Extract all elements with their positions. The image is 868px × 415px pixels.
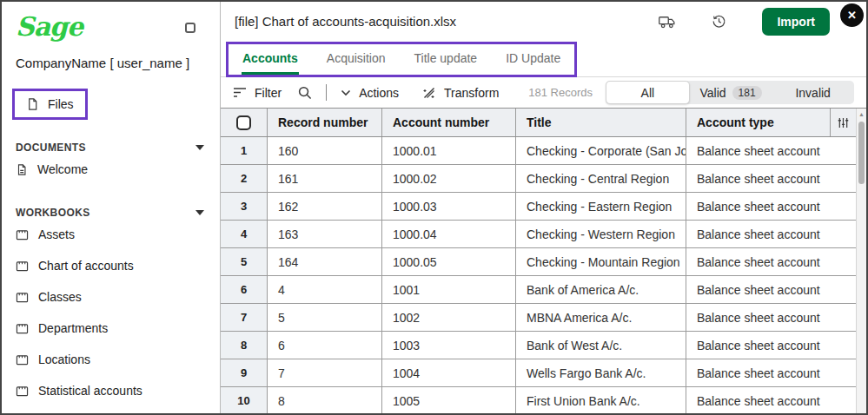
record-number-cell[interactable]: 4 <box>268 276 382 303</box>
record-number-cell[interactable]: 7 <box>268 359 382 386</box>
title-cell[interactable]: Bank of America A/c. <box>516 276 686 303</box>
collapse-sidebar-icon[interactable] <box>185 23 195 33</box>
segment-invalid[interactable]: Invalid <box>772 81 854 104</box>
import-button[interactable]: Import <box>762 8 830 36</box>
account-number-cell[interactable]: 1000.04 <box>382 221 516 247</box>
record-number-cell[interactable]: 164 <box>268 248 382 275</box>
account-type-cell[interactable]: Balance sheet account <box>686 276 856 303</box>
history-icon[interactable] <box>711 13 727 30</box>
tab-id-update[interactable]: ID Update <box>505 44 561 75</box>
account-number-cell[interactable]: 1004 <box>382 359 516 386</box>
title-cell[interactable]: Checking - Eastern Region <box>516 193 686 220</box>
account-type-cell[interactable]: Balance sheet account <box>686 193 856 220</box>
tab-accounts[interactable]: Accounts <box>242 44 299 75</box>
vertical-scrollbar[interactable]: ▲ <box>856 109 866 413</box>
account-type-cell[interactable]: Balance sheet account <box>686 387 856 413</box>
sidebar-item-chart-of-accounts[interactable]: Chart of accounts <box>2 250 220 281</box>
column-header-account-number[interactable]: Account number <box>382 109 516 136</box>
account-number-cell[interactable]: 1005 <box>382 387 516 413</box>
account-type-cell[interactable]: Balance sheet account <box>686 304 856 331</box>
account-type-cell[interactable]: Balance sheet account <box>686 165 856 192</box>
record-number-cell[interactable]: 8 <box>268 387 382 413</box>
table-row[interactable]: 4 163 1000.04 Checking - Western Region … <box>221 221 856 248</box>
table-row[interactable]: 7 5 1002 MBNA America A/c. Balance sheet… <box>221 304 856 332</box>
validity-segmented-control: All Valid 181 Invalid <box>606 81 854 104</box>
record-number-cell[interactable]: 160 <box>268 137 382 164</box>
row-number-cell: 3 <box>221 193 268 220</box>
title-cell[interactable]: Bank of West A/c. <box>516 332 686 359</box>
records-count: 181 Records <box>528 86 593 99</box>
title-cell[interactable]: Checking - Western Region <box>516 221 686 247</box>
segment-all-label: All <box>641 86 655 100</box>
record-number-cell[interactable]: 5 <box>268 304 382 331</box>
sidebar-item-classes[interactable]: Classes <box>2 281 220 313</box>
account-number-cell[interactable]: 1000.05 <box>382 248 516 275</box>
workbook-icon <box>16 385 29 397</box>
table-row[interactable]: 10 8 1005 First Union Bank A/c. Balance … <box>221 387 856 413</box>
select-all-checkbox[interactable] <box>236 115 251 130</box>
column-settings-button[interactable] <box>831 109 856 136</box>
title-cell[interactable]: Checking - Mountain Region <box>516 248 686 275</box>
sidebar-section-documents[interactable]: DOCUMENTS <box>2 142 220 154</box>
segment-valid[interactable]: Valid 181 <box>690 81 772 104</box>
sidebar-item-welcome[interactable]: Welcome <box>2 154 220 185</box>
table-row[interactable]: 8 6 1003 Bank of West A/c. Balance sheet… <box>221 332 856 359</box>
table-row[interactable]: 6 4 1001 Bank of America A/c. Balance sh… <box>221 276 856 304</box>
record-number-cell[interactable]: 161 <box>268 165 382 192</box>
column-header-account-type[interactable]: Account type <box>686 109 831 136</box>
sidebar-item-statistical-accounts[interactable]: Statistical accounts <box>2 375 220 406</box>
account-number-cell[interactable]: 1000.01 <box>382 137 516 164</box>
column-header-title[interactable]: Title <box>516 109 686 136</box>
table-row[interactable]: 1 160 1000.01 Checking - Corporate (San … <box>221 137 856 165</box>
title-cell[interactable]: First Union Bank A/c. <box>516 387 686 413</box>
table-row[interactable]: 9 7 1004 Wells Fargo Bank A/c. Balance s… <box>221 359 856 387</box>
title-cell[interactable]: Checking - Corporate (San Jo... <box>516 137 686 164</box>
actions-button[interactable]: Actions <box>341 86 399 100</box>
record-number-cell[interactable]: 6 <box>268 332 382 359</box>
sidebar-item-assets[interactable]: Assets <box>2 219 220 250</box>
sidebar-item-label: Locations <box>38 352 90 366</box>
table-row[interactable]: 5 164 1000.05 Checking - Mountain Region… <box>221 248 856 276</box>
sidebar-item-label: Files <box>48 97 74 111</box>
title-cell[interactable]: Checking - Central Region <box>516 165 686 192</box>
chevron-down-icon <box>341 89 351 96</box>
main-panel: [file] Chart of accounts-acquisition.xls… <box>221 2 866 413</box>
account-type-cell[interactable]: Balance sheet account <box>686 248 856 275</box>
truck-icon[interactable] <box>658 14 676 30</box>
toolbar: Filter Actions <box>221 77 866 109</box>
title-cell[interactable]: MBNA America A/c. <box>516 304 686 331</box>
row-number-cell: 4 <box>221 221 268 247</box>
record-number-cell[interactable]: 162 <box>268 193 382 220</box>
account-number-cell[interactable]: 1000.02 <box>382 165 516 192</box>
record-number-cell[interactable]: 163 <box>268 221 382 247</box>
filter-button[interactable]: Filter <box>233 86 282 100</box>
sidebar-item-locations[interactable]: Locations <box>2 344 220 375</box>
search-icon[interactable] <box>297 85 312 100</box>
transform-button[interactable]: Transform <box>422 86 499 100</box>
document-text-icon <box>16 163 28 176</box>
tab-title-update[interactable]: Title update <box>414 44 479 75</box>
scroll-up-icon[interactable]: ▲ <box>857 111 866 117</box>
account-type-cell[interactable]: Balance sheet account <box>686 221 856 247</box>
sidebar-section-workbooks[interactable]: WORKBOOKS <box>2 207 220 219</box>
close-button[interactable]: ✕ <box>840 3 864 27</box>
account-type-cell[interactable]: Balance sheet account <box>686 359 856 386</box>
table-row[interactable]: 3 162 1000.03 Checking - Eastern Region … <box>221 193 856 221</box>
tab-acquisition[interactable]: Acquisition <box>326 44 387 75</box>
select-all-cell <box>221 109 268 136</box>
title-cell[interactable]: Wells Fargo Bank A/c. <box>516 359 686 386</box>
segment-all[interactable]: All <box>606 81 690 104</box>
account-number-cell[interactable]: 1002 <box>382 304 516 331</box>
account-number-cell[interactable]: 1003 <box>382 332 516 359</box>
account-number-cell[interactable]: 1000.03 <box>382 193 516 220</box>
account-type-cell[interactable]: Balance sheet account <box>686 137 856 164</box>
scrollbar-thumb[interactable] <box>858 122 865 184</box>
table-row[interactable]: 2 161 1000.02 Checking - Central Region … <box>221 165 856 193</box>
sidebar-item-files[interactable]: Files <box>12 89 88 120</box>
account-number-cell[interactable]: 1001 <box>382 276 516 303</box>
workbook-icon <box>16 323 29 334</box>
column-header-record-number[interactable]: Record number <box>268 109 382 136</box>
sidebar-item-departments[interactable]: Departments <box>2 313 220 344</box>
file-header: [file] Chart of accounts-acquisition.xls… <box>221 2 866 41</box>
account-type-cell[interactable]: Balance sheet account <box>686 332 856 359</box>
